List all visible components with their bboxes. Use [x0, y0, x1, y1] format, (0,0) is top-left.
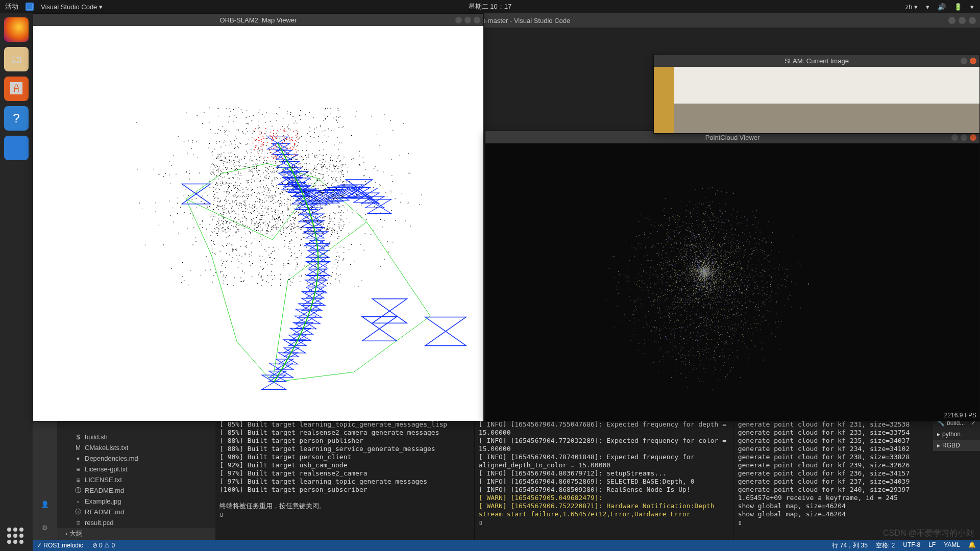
svg-rect-125: [393, 130, 393, 131]
eol-status[interactable]: LF: [928, 541, 936, 550]
map-viewer-window[interactable]: ORB-SLAM2: Map Viewer: [33, 13, 484, 421]
svg-rect-5235: [721, 251, 722, 251]
app-menu[interactable]: Visual Studio Code ▾: [41, 3, 103, 11]
show-apps-button[interactable]: [7, 528, 26, 546]
notifications-bell-icon[interactable]: 🔔: [968, 541, 976, 550]
language-mode[interactable]: YAML: [944, 541, 960, 550]
activities-button[interactable]: 活动: [5, 2, 18, 11]
pointcloud-viewer-window[interactable]: PointCloud Viewer 2216.9 FPS: [485, 131, 980, 421]
svg-rect-2622: [762, 303, 763, 303]
terminal-tab[interactable]: ▸python: [933, 429, 980, 440]
svg-rect-5857: [681, 274, 681, 274]
pointcloud-canvas[interactable]: 2216.9 FPS: [485, 143, 979, 421]
problems-status[interactable]: ⊘ 0 ⚠ 0: [92, 542, 115, 549]
svg-rect-4199: [698, 334, 699, 334]
map-viewer-canvas[interactable]: [33, 26, 483, 421]
svg-rect-6106: [744, 268, 744, 269]
file-item[interactable]: ≡License-gpl.txt: [57, 464, 215, 474]
help-icon[interactable]: ?: [4, 106, 29, 131]
network-icon[interactable]: ▾: [926, 3, 929, 11]
terminal-col-1[interactable]: [ 85%] Built target learning_topic_gener…: [215, 417, 474, 540]
svg-rect-303: [213, 209, 214, 210]
svg-rect-6639: [706, 283, 706, 284]
file-item[interactable]: ≡result.pcd: [57, 517, 215, 528]
svg-rect-3198: [688, 283, 688, 283]
file-item[interactable]: ▾Dependencies.md: [57, 453, 215, 464]
encoding-status[interactable]: UTF-8: [903, 541, 920, 550]
svg-rect-3705: [725, 273, 725, 273]
vscode-app-icon[interactable]: [4, 136, 29, 160]
file-item[interactable]: ⓘREADME.md: [57, 485, 215, 496]
svg-rect-5552: [699, 236, 700, 236]
terminal-tab[interactable]: ▸RGBD: [933, 440, 980, 451]
minimize-icon[interactable]: [951, 134, 958, 141]
svg-rect-673: [229, 186, 230, 187]
minimize-icon[interactable]: [455, 17, 462, 23]
svg-rect-1000: [275, 218, 275, 218]
svg-rect-377: [217, 169, 218, 169]
svg-rect-1546: [266, 176, 266, 176]
svg-rect-4930: [707, 203, 707, 203]
svg-rect-3009: [742, 341, 743, 341]
cursor-position[interactable]: 行 74，列 35: [832, 541, 867, 550]
files-icon[interactable]: 🗂: [4, 47, 29, 71]
power-icon[interactable]: ▾: [970, 3, 974, 11]
ime-indicator[interactable]: zh ▾: [905, 3, 918, 11]
svg-rect-1513: [192, 140, 193, 140]
maximize-icon[interactable]: [961, 134, 967, 141]
close-icon[interactable]: [970, 58, 976, 64]
outline-section[interactable]: ›大纲: [57, 528, 215, 539]
svg-rect-5477: [726, 342, 727, 343]
svg-rect-6717: [605, 291, 605, 292]
settings-gear-icon[interactable]: ⚙: [38, 520, 52, 535]
svg-rect-1350: [267, 223, 268, 223]
map-viewer-titlebar[interactable]: ORB-SLAM2: Map Viewer: [33, 14, 483, 26]
clock[interactable]: 星期二 10：17: [469, 2, 512, 11]
account-icon[interactable]: 👤: [38, 497, 52, 511]
svg-rect-2116: [321, 227, 322, 228]
svg-rect-1609: [220, 182, 221, 182]
svg-rect-206: [235, 200, 235, 201]
indent-status[interactable]: 空格: 2: [876, 541, 895, 550]
svg-rect-333: [272, 219, 273, 219]
firefox-icon[interactable]: [4, 17, 29, 42]
ros-status[interactable]: ✓ ROS1.melodic: [37, 542, 83, 549]
svg-rect-4502: [644, 343, 645, 344]
file-item[interactable]: ▫Example.jpg: [57, 496, 215, 507]
file-item[interactable]: MCMakeLists.txt: [57, 442, 215, 453]
file-item[interactable]: ≡LICENSE.txt: [57, 474, 215, 485]
file-item[interactable]: $build.sh: [57, 432, 215, 442]
svg-rect-3350: [699, 354, 700, 354]
svg-rect-1021: [304, 218, 304, 218]
volume-icon[interactable]: 🔊: [938, 3, 946, 11]
vscode-window-controls[interactable]: [948, 17, 976, 24]
file-item[interactable]: ⓘREADME.md: [57, 507, 215, 517]
svg-rect-2385: [700, 303, 700, 303]
svg-rect-1532: [243, 214, 243, 215]
software-icon[interactable]: 🅰: [4, 77, 29, 101]
svg-rect-6031: [706, 269, 707, 270]
slam-image-window[interactable]: SLAM: Current Image: [653, 54, 980, 134]
svg-rect-4884: [701, 261, 702, 262]
minimize-icon[interactable]: [961, 58, 967, 64]
svg-rect-1080: [202, 123, 203, 124]
svg-rect-4585: [627, 265, 627, 265]
svg-rect-1589: [330, 228, 330, 228]
svg-rect-5798: [699, 272, 700, 272]
slam-image-titlebar[interactable]: SLAM: Current Image: [654, 55, 979, 67]
svg-rect-2068: [340, 247, 340, 247]
battery-icon[interactable]: 🔋: [954, 3, 962, 11]
svg-rect-2890: [732, 331, 733, 331]
svg-rect-971: [265, 167, 266, 167]
terminal-col-2[interactable]: [ INFO] [1654567904.755047686]: Expected…: [474, 417, 733, 540]
maximize-icon[interactable]: [464, 17, 471, 23]
svg-rect-3762: [714, 284, 715, 285]
close-icon[interactable]: [474, 17, 480, 23]
svg-rect-1957: [246, 218, 247, 219]
svg-rect-1010: [340, 160, 340, 161]
svg-rect-157: [205, 270, 206, 270]
close-icon[interactable]: [970, 134, 976, 141]
svg-rect-4782: [704, 275, 704, 276]
svg-rect-5166: [690, 273, 690, 273]
svg-rect-3325: [705, 227, 706, 228]
